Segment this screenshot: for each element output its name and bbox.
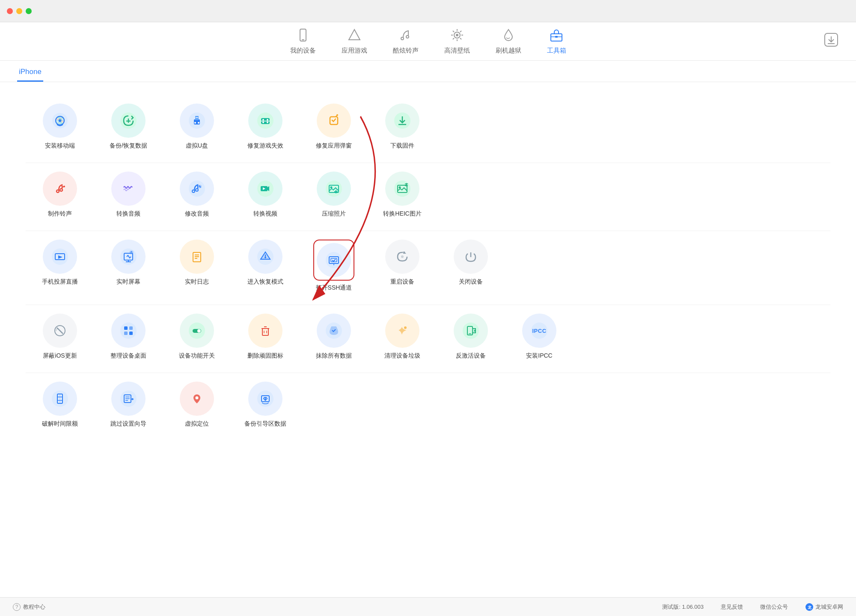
tool-virtual-udisk[interactable]: 虚拟U盘 <box>163 104 231 150</box>
virtual-udisk-label: 虚拟U盘 <box>186 142 208 150</box>
svg-line-12 <box>460 31 461 32</box>
tool-realtime-log[interactable]: 实时日志 <box>163 240 231 286</box>
tool-install-mobile[interactable]: 💿 安装移动端 <box>26 104 94 150</box>
screen-cast-icon-wrap <box>43 240 77 274</box>
nav-item-flash[interactable]: 刷机越狱 <box>496 28 521 55</box>
organize-desktop-icon-wrap <box>111 314 146 348</box>
ssh-tunnel-icon-wrap <box>317 243 351 277</box>
nav-item-wallpapers[interactable]: 高清壁纸 <box>444 28 470 55</box>
svg-marker-2 <box>349 30 360 40</box>
tool-restart-device[interactable]: 重启设备 <box>368 240 437 286</box>
toolbox-icon <box>550 28 563 44</box>
ringtones-icon <box>399 28 413 44</box>
convert-heic-label: 转换HEIC图片 <box>383 210 421 218</box>
version-label: 测试版: 1.06.003 <box>662 603 704 611</box>
shutdown-device-icon-wrap <box>454 240 488 274</box>
recovery-mode-label: 进入恢复模式 <box>247 278 283 286</box>
svg-point-69 <box>399 187 401 189</box>
deactivate-label: 反激活设备 <box>456 352 486 360</box>
wipe-all-label: 抹除所有数据 <box>316 352 352 360</box>
svg-point-137 <box>196 397 199 400</box>
nav-item-ringtones[interactable]: 酷炫铃声 <box>393 28 419 55</box>
tool-convert-audio[interactable]: 转换音频 <box>94 172 163 218</box>
svg-line-13 <box>453 38 454 39</box>
svg-rect-31 <box>195 116 199 120</box>
tool-deactivate[interactable]: 反激活设备 <box>437 314 505 360</box>
tool-convert-video[interactable]: 转换视频 <box>231 172 300 218</box>
tool-break-time-limit[interactable]: 破解时间限额 <box>26 382 94 428</box>
status-bar: ? 教程中心 测试版: 1.06.003 意见反馈 微信公众号 龙 龙城安卓网 <box>0 597 856 616</box>
svg-rect-0 <box>300 29 306 41</box>
backup-boot-label: 备份引导区数据 <box>244 420 286 428</box>
download-button[interactable] <box>823 32 839 50</box>
restart-device-icon-wrap <box>385 240 419 274</box>
svg-rect-106 <box>124 332 128 335</box>
fix-app-icon-wrap <box>317 104 351 138</box>
tool-shutdown-device[interactable]: 关闭设备 <box>437 240 505 286</box>
ipcc-text: IPCC <box>532 328 546 334</box>
tool-fix-game[interactable]: 修复游戏失效 <box>231 104 300 150</box>
feedback-link[interactable]: 意见反馈 <box>721 603 743 611</box>
nav-label-my-device: 我的设备 <box>290 47 316 55</box>
tool-install-ipcc[interactable]: IPCC 安装IPCC <box>505 314 574 360</box>
svg-rect-104 <box>124 326 128 330</box>
tool-skip-setup[interactable]: 跳过设置向导 <box>94 382 163 428</box>
nav-item-app-games[interactable]: 应用游戏 <box>342 28 367 55</box>
svg-point-62 <box>326 181 342 197</box>
recovery-mode-icon-wrap <box>248 240 282 274</box>
tool-fake-location[interactable]: 虚拟定位 <box>163 382 231 428</box>
wechat-link[interactable]: 微信公众号 <box>760 603 788 611</box>
svg-point-39 <box>262 121 264 123</box>
svg-point-32 <box>194 122 196 124</box>
tool-row-1: 💿 安装移动端 备份/恢复数据 <box>26 95 830 163</box>
block-ios-label: 屏蔽iOS更新 <box>43 352 77 360</box>
svg-point-119 <box>404 326 407 329</box>
nav-item-toolbox[interactable]: 工具箱 <box>547 28 566 55</box>
tool-clean-junk[interactable]: 清理设备垃圾 <box>368 314 437 360</box>
tool-backup-boot[interactable]: 备份引导区数据 <box>231 382 300 428</box>
clean-junk-label: 清理设备垃圾 <box>384 352 420 360</box>
tool-fix-app[interactable]: 修复应用弹窗 <box>300 104 368 150</box>
tool-wipe-all[interactable]: 抹除所有数据 <box>300 314 368 360</box>
backup-restore-label: 备份/恢复数据 <box>110 142 147 150</box>
convert-audio-icon-wrap <box>111 172 146 206</box>
maximize-button[interactable] <box>26 8 32 14</box>
tool-delete-icon[interactable]: 删除顽固图标 <box>231 314 300 360</box>
realtime-screen-label: 实时屏幕 <box>116 278 140 286</box>
tool-backup-restore[interactable]: 备份/恢复数据 <box>94 104 163 150</box>
tool-realtime-screen[interactable]: 实时屏幕 <box>94 240 163 286</box>
tool-compress-photo[interactable]: 压缩照片 <box>300 172 368 218</box>
tool-ssh-tunnel[interactable]: 打开SSH通道 <box>300 240 368 292</box>
break-time-label: 破解时间限额 <box>42 420 78 428</box>
nav-label-ringtones: 酷炫铃声 <box>393 47 419 55</box>
svg-point-64 <box>330 187 333 189</box>
tool-block-ios-update[interactable]: 屏蔽iOS更新 <box>26 314 94 360</box>
tool-organize-desktop[interactable]: 整理设备桌面 <box>94 314 163 360</box>
svg-point-33 <box>198 122 199 124</box>
compress-photo-icon-wrap <box>317 172 351 206</box>
nav-item-my-device[interactable]: 我的设备 <box>290 28 316 55</box>
tab-bar: iPhone <box>0 61 856 82</box>
svg-point-103 <box>120 323 137 339</box>
tab-iphone[interactable]: iPhone <box>17 63 43 82</box>
svg-line-10 <box>453 31 454 32</box>
help-icon: ? <box>13 603 21 611</box>
minimize-button[interactable] <box>16 8 22 14</box>
skip-setup-label: 跳过设置向导 <box>110 420 146 428</box>
install-mobile-label: 安装移动端 <box>45 142 75 150</box>
screen-cast-label: 手机投屏直播 <box>42 278 78 286</box>
tool-make-ringtone[interactable]: 制作铃声 <box>26 172 94 218</box>
ssh-tunnel-label: 打开SSH通道 <box>316 284 352 292</box>
tool-recovery-mode[interactable]: 进入恢复模式 <box>231 240 300 286</box>
tool-download-firmware[interactable]: 下载固件 <box>368 104 437 150</box>
install-ipcc-label: 安装IPCC <box>526 352 552 360</box>
tool-modify-audio[interactable]: 修改音频 <box>163 172 231 218</box>
help-label[interactable]: 教程中心 <box>23 603 45 611</box>
logo-area: 龙 龙城安卓网 <box>805 603 843 611</box>
tool-convert-heic[interactable]: 转换HEIC图片 <box>368 172 437 218</box>
tool-device-function[interactable]: 设备功能开关 <box>163 314 231 360</box>
tool-screen-cast[interactable]: 手机投屏直播 <box>26 240 94 286</box>
download-firmware-label: 下载固件 <box>390 142 414 150</box>
svg-point-111 <box>257 323 273 339</box>
close-button[interactable] <box>7 8 13 14</box>
